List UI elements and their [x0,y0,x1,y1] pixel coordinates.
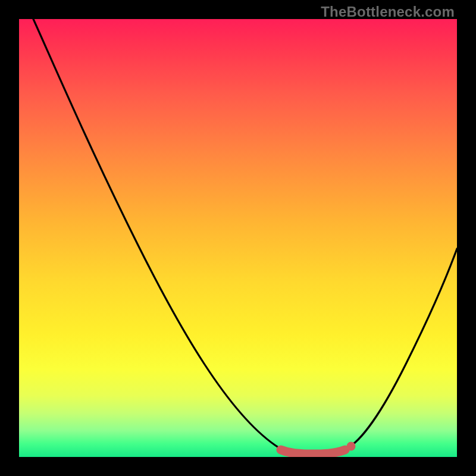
optimal-end-dot [347,442,356,451]
bottleneck-curve [19,19,457,457]
chart-area [19,19,457,457]
watermark-text: TheBottleneck.com [321,4,455,20]
optimal-band [281,450,345,454]
curve-path [33,19,457,454]
